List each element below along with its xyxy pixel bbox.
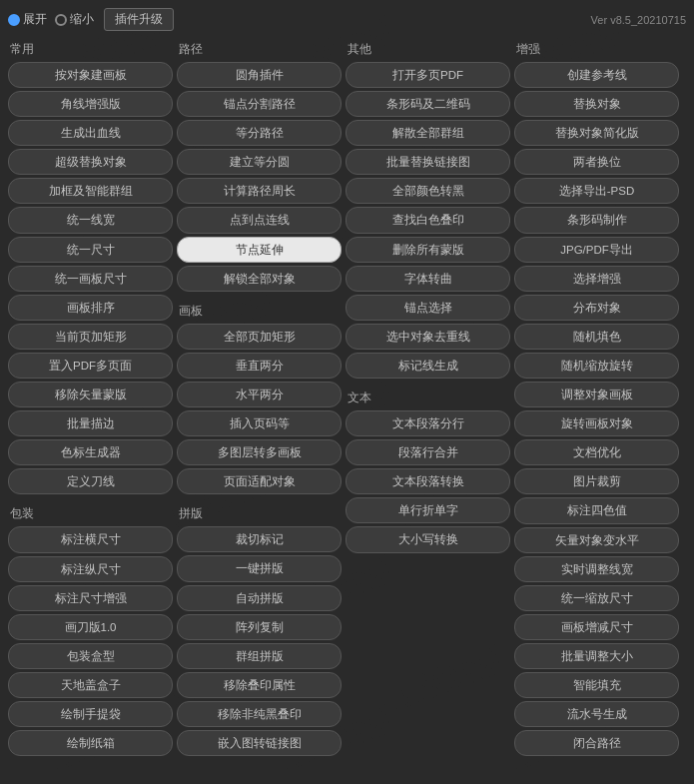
btn-page-fit-obj[interactable]: 页面适配对象 xyxy=(177,468,342,494)
btn-img-crop[interactable]: 图片裁剪 xyxy=(514,468,679,494)
column-1: 常用 按对象建画板 角线增强版 生成出血线 超级替换对象 加框及智能群组 统一线… xyxy=(8,41,173,767)
btn-one-click-impose[interactable]: 一键拼版 xyxy=(177,555,342,581)
btn-para-convert[interactable]: 文本段落转换 xyxy=(346,468,510,494)
btn-embed-to-link[interactable]: 嵌入图转链接图 xyxy=(177,730,342,756)
btn-serial-num[interactable]: 流水号生成 xyxy=(514,701,679,727)
btn-replace-obj-simple[interactable]: 替换对象简化版 xyxy=(514,120,679,146)
btn-batch-replace-link[interactable]: 批量替换链接图 xyxy=(346,149,510,175)
btn-random-fill[interactable]: 随机填色 xyxy=(514,324,679,350)
btn-knife-plate[interactable]: 画刀版1.0 xyxy=(8,614,173,640)
btn-calc-perimeter[interactable]: 计算路径周长 xyxy=(177,178,342,204)
view-mode-group: 展开 缩小 xyxy=(8,11,94,28)
btn-remove-overprint[interactable]: 移除叠印属性 xyxy=(177,672,342,698)
btn-smart-fill[interactable]: 智能填充 xyxy=(514,672,679,698)
btn-mark-enhance[interactable]: 标注尺寸增强 xyxy=(8,585,173,611)
collapse-radio[interactable]: 缩小 xyxy=(55,11,94,28)
btn-replace-obj[interactable]: 替换对象 xyxy=(514,91,679,117)
btn-close-path[interactable]: 闭合路径 xyxy=(514,730,679,756)
btn-auto-impose[interactable]: 自动拼版 xyxy=(177,585,342,611)
btn-layer-to-artboard[interactable]: 多图层转多画板 xyxy=(177,439,342,465)
btn-lid-box[interactable]: 天地盖盒子 xyxy=(8,672,173,698)
btn-find-white-overprint[interactable]: 查找白色叠印 xyxy=(346,207,510,233)
btn-color-gen[interactable]: 色标生成器 xyxy=(8,439,173,465)
btn-round-corner[interactable]: 圆角插件 xyxy=(177,62,342,88)
btn-artboard-resize[interactable]: 画板增减尺寸 xyxy=(514,614,679,640)
btn-batch-stroke[interactable]: 批量描边 xyxy=(8,410,173,436)
section-enhance-title: 增强 xyxy=(514,41,679,58)
expand-radio[interactable]: 展开 xyxy=(8,11,47,28)
btn-point-connect[interactable]: 点到点连线 xyxy=(177,207,342,233)
btn-remove-mask[interactable]: 移除矢量蒙版 xyxy=(8,382,173,407)
btn-adjust-artboard[interactable]: 调整对象画板 xyxy=(514,382,679,407)
btn-mark-v[interactable]: 标注纵尺寸 xyxy=(8,556,173,582)
btn-random-scale-rotate[interactable]: 随机缩放旋转 xyxy=(514,353,679,379)
btn-obj-horizontal[interactable]: 矢量对象变水平 xyxy=(514,527,679,553)
btn-corner-enhance[interactable]: 角线增强版 xyxy=(8,91,173,117)
main-container: 展开 缩小 插件升级 Ver v8.5_20210715 常用 按对象建画板 角… xyxy=(0,0,694,775)
btn-rotate-artboard[interactable]: 旋转画板对象 xyxy=(514,410,679,436)
btn-draw-carton[interactable]: 绘制纸箱 xyxy=(8,730,173,756)
btn-group-impose[interactable]: 群组拼版 xyxy=(177,643,342,669)
btn-open-pdf[interactable]: 打开多页PDF xyxy=(346,62,510,88)
plugin-upgrade-button[interactable]: 插件升级 xyxy=(104,8,174,31)
btn-equal-path[interactable]: 等分路径 xyxy=(177,120,342,146)
btn-node-extend[interactable]: 节点延伸 xyxy=(177,237,342,263)
btn-doc-optimize[interactable]: 文档优化 xyxy=(514,439,679,465)
btn-super-replace[interactable]: 超级替换对象 xyxy=(8,149,173,175)
btn-create-guide[interactable]: 创建参考线 xyxy=(514,62,679,88)
btn-unlock-all[interactable]: 解锁全部对象 xyxy=(177,266,342,292)
section-path-title: 路径 xyxy=(177,41,342,58)
btn-distribute-obj[interactable]: 分布对象 xyxy=(514,295,679,321)
btn-export-psd[interactable]: 选择导出-PSD xyxy=(514,178,679,204)
top-bar: 展开 缩小 插件升级 Ver v8.5_20210715 xyxy=(8,8,686,31)
btn-frame-group[interactable]: 加框及智能群组 xyxy=(8,178,173,204)
btn-anchor-select[interactable]: 锚点选择 xyxy=(346,295,510,321)
btn-place-pdf[interactable]: 置入PDF多页面 xyxy=(8,353,173,379)
btn-build-artboard[interactable]: 按对象建画板 xyxy=(8,62,173,88)
btn-para-split[interactable]: 文本段落分行 xyxy=(346,410,510,436)
btn-para-merge[interactable]: 段落行合并 xyxy=(346,439,510,465)
btn-define-cut[interactable]: 定义刀线 xyxy=(8,468,173,494)
btn-mark-h[interactable]: 标注横尺寸 xyxy=(8,526,173,552)
btn-remove-dup-line[interactable]: 选中对象去重线 xyxy=(346,324,510,350)
btn-select-enhance[interactable]: 选择增强 xyxy=(514,266,679,292)
btn-all-to-black[interactable]: 全部颜色转黑 xyxy=(346,178,510,204)
btn-mark-line-gen[interactable]: 标记线生成 xyxy=(346,353,510,379)
btn-horizontal-half[interactable]: 水平两分 xyxy=(177,382,342,407)
btn-unify-artboard[interactable]: 统一画板尺寸 xyxy=(8,266,173,292)
btn-font-to-curve[interactable]: 字体转曲 xyxy=(346,266,510,292)
btn-barcode-make[interactable]: 条形码制作 xyxy=(514,207,679,233)
btn-remove-black-overprint[interactable]: 移除非纯黑叠印 xyxy=(177,701,342,727)
btn-swap-pos[interactable]: 两者换位 xyxy=(514,149,679,175)
btn-case-convert[interactable]: 大小写转换 xyxy=(346,526,510,552)
btn-delete-mask[interactable]: 删除所有蒙版 xyxy=(346,237,510,263)
btn-unify-stroke[interactable]: 统一线宽 xyxy=(8,207,173,233)
btn-bleed[interactable]: 生成出血线 xyxy=(8,120,173,146)
section-common: 常用 按对象建画板 角线增强版 生成出血线 超级替换对象 加框及智能群组 统一线… xyxy=(8,41,173,497)
section-path: 路径 圆角插件 锚点分割路径 等分路径 建立等分圆 计算路径周长 点到点连线 节… xyxy=(177,41,342,295)
btn-all-page-rect[interactable]: 全部页加矩形 xyxy=(177,324,342,350)
collapse-label: 缩小 xyxy=(70,11,94,28)
btn-draw-bag[interactable]: 绘制手提袋 xyxy=(8,701,173,727)
btn-insert-page-num[interactable]: 插入页码等 xyxy=(177,410,342,436)
btn-barcode[interactable]: 条形码及二维码 xyxy=(346,91,510,117)
btn-crop-mark[interactable]: 裁切标记 xyxy=(177,526,342,552)
section-text: 文本 文本段落分行 段落行合并 文本段落转换 单行折单字 大小写转换 xyxy=(346,390,510,555)
btn-mark-cmyk[interactable]: 标注四色值 xyxy=(514,497,679,523)
btn-ungroup-all[interactable]: 解散全部群组 xyxy=(346,120,510,146)
btn-equal-circle[interactable]: 建立等分圆 xyxy=(177,149,342,175)
btn-unify-size[interactable]: 统一尺寸 xyxy=(8,237,173,263)
btn-artboard-sort[interactable]: 画板排序 xyxy=(8,295,173,321)
btn-export-jpg-pdf[interactable]: JPG/PDF导出 xyxy=(514,237,679,263)
btn-single-line-word[interactable]: 单行折单字 xyxy=(346,497,510,523)
btn-add-rect[interactable]: 当前页加矩形 xyxy=(8,324,173,350)
column-4: 增强 创建参考线 替换对象 替换对象简化版 两者换位 选择导出-PSD 条形码制… xyxy=(514,41,679,767)
btn-vertical-half[interactable]: 垂直两分 xyxy=(177,353,342,379)
btn-unify-scale[interactable]: 统一缩放尺寸 xyxy=(514,585,679,611)
btn-anchor-split[interactable]: 锚点分割路径 xyxy=(177,91,342,117)
collapse-radio-circle xyxy=(55,14,67,26)
btn-box-type[interactable]: 包装盒型 xyxy=(8,643,173,669)
btn-array-copy[interactable]: 阵列复制 xyxy=(177,614,342,640)
btn-realtime-stroke[interactable]: 实时调整线宽 xyxy=(514,556,679,582)
btn-batch-resize[interactable]: 批量调整大小 xyxy=(514,643,679,669)
